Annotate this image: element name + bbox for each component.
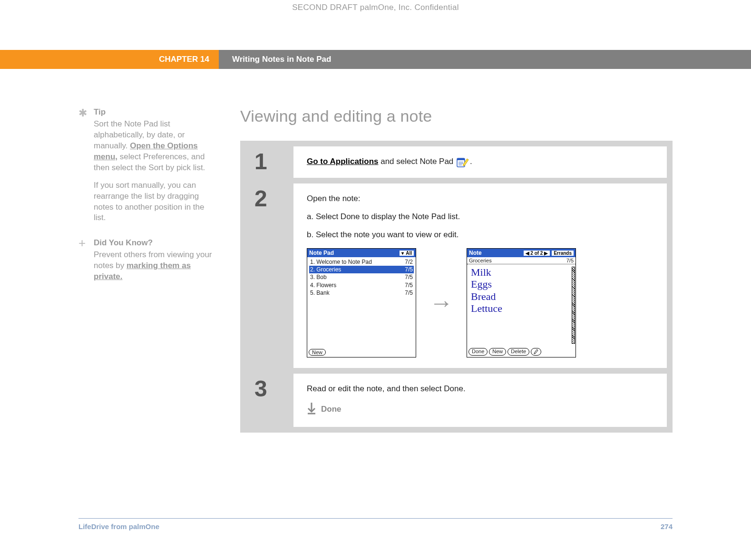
step-3-number: 3 <box>246 374 293 427</box>
note-editor-screen: Note ◀ 2 of 2 ▶ Errands Groceries 7/5 Mi… <box>467 248 576 357</box>
category-dropdown[interactable]: ▾ All <box>400 251 414 256</box>
draft-confidential-header: SECOND DRAFT palmOne, Inc. Confidential <box>0 3 751 12</box>
steps-container: 1 Go to Applications and select Note Pad… <box>240 141 673 433</box>
note-category-dropdown[interactable]: Errands <box>552 251 574 256</box>
delete-button[interactable]: Delete <box>507 348 529 356</box>
list-item[interactable]: 5. Bank7/5 <box>309 289 414 297</box>
page-footer: LifeDrive from palmOne 274 <box>78 518 673 531</box>
done-arrow-icon <box>307 402 316 416</box>
handwriting-line: Milk <box>471 266 572 278</box>
notepad-app-icon <box>457 157 469 167</box>
list-item-selected[interactable]: 2. Groceries7/5 <box>309 266 414 273</box>
chapter-label-bg: CHAPTER 14 <box>0 50 219 69</box>
step-2-intro: Open the note: <box>307 194 653 203</box>
chapter-title: Writing Notes in Note Pad <box>232 55 331 64</box>
asterisk-icon: ✱ <box>78 108 87 118</box>
scrollbar[interactable] <box>572 267 575 344</box>
chapter-banner: CHAPTER 14 Writing Notes in Note Pad <box>78 50 673 69</box>
step-2: 2 Open the note: a. Select Done to displ… <box>246 183 667 368</box>
main-content: Viewing and editing a note 1 Go to Appli… <box>240 107 673 433</box>
dyk-body: Prevent others from viewing your notes b… <box>94 250 216 282</box>
note-titlebar: Note ◀ 2 of 2 ▶ Errands <box>467 249 575 257</box>
note-subheader: Groceries 7/5 <box>467 257 575 264</box>
tip-para2: If you sort manually, you can rearrange … <box>94 180 216 224</box>
note-nav[interactable]: ◀ 2 of 2 ▶ <box>524 251 550 256</box>
done-label: Done <box>321 405 341 414</box>
note-date: 7/5 <box>566 258 574 263</box>
new-button[interactable]: New <box>309 349 326 356</box>
did-you-know-block: + Did You Know? Prevent others from view… <box>78 238 216 282</box>
note-title-label: Note <box>469 250 482 256</box>
step-1-body: Go to Applications and select Note Pad . <box>293 146 667 178</box>
notepad-list-title: Note Pad <box>309 250 334 256</box>
note-name: Groceries <box>469 258 492 263</box>
tip-title: Tip <box>94 107 216 118</box>
step-3-body: Read or edit the note, and then select D… <box>293 374 667 427</box>
step-2-body: Open the note: a. Select Done to display… <box>293 183 667 368</box>
sidebar: ✱ Tip Sort the Note Pad list alphabetica… <box>78 107 216 433</box>
done-indicator: Done <box>307 402 653 416</box>
dyk-title: Did You Know? <box>94 238 216 249</box>
step-2b: b. Select the note you want to view or e… <box>307 230 653 240</box>
step-2-number: 2 <box>246 183 293 368</box>
list-item[interactable]: 1. Welcome to Note Pad7/2 <box>309 258 414 266</box>
screenshots-row: Note Pad ▾ All 1. Welcome to Note Pad7/2… <box>307 248 653 357</box>
svg-rect-1 <box>457 158 465 160</box>
notepad-list: 1. Welcome to Note Pad7/2 2. Groceries7/… <box>307 257 416 348</box>
step-3: 3 Read or edit the note, and then select… <box>246 374 667 427</box>
chapter-label: CHAPTER 14 <box>159 55 209 64</box>
plus-icon: + <box>78 237 86 249</box>
arrow-right-icon: → <box>429 289 453 317</box>
step-1-period: . <box>470 157 472 166</box>
done-button[interactable]: Done <box>468 348 488 356</box>
handwriting-line: Lettuce <box>471 302 572 314</box>
go-to-applications-link[interactable]: Go to Applications <box>307 157 378 166</box>
page-title: Viewing and editing a note <box>240 107 673 126</box>
category-label: All <box>406 251 412 256</box>
step-1-text: and select Note Pad <box>378 157 456 166</box>
notepad-list-screen: Note Pad ▾ All 1. Welcome to Note Pad7/2… <box>307 248 416 357</box>
step-1-number: 1 <box>246 146 293 178</box>
notepad-list-titlebar: Note Pad ▾ All <box>307 249 416 257</box>
list-item[interactable]: 4. Flowers7/5 <box>309 281 414 289</box>
note-canvas[interactable]: Milk Eggs Bread Lettuce <box>467 264 575 347</box>
product-name: LifeDrive from palmOne <box>78 522 159 531</box>
step-3-text: Read or edit the note, and then select D… <box>307 384 653 394</box>
tip-body: Sort the Note Pad list alphabetically, b… <box>94 119 216 174</box>
chapter-title-bg: Writing Notes in Note Pad <box>219 50 751 69</box>
handwriting-line: Eggs <box>471 278 572 290</box>
pen-tool-button[interactable] <box>531 348 541 356</box>
tip-block: ✱ Tip Sort the Note Pad list alphabetica… <box>78 107 216 223</box>
handwriting-line: Bread <box>471 290 572 302</box>
step-2a: a. Select Done to display the Note Pad l… <box>307 212 653 222</box>
page-number: 274 <box>661 522 673 531</box>
list-item[interactable]: 3. Bob7/5 <box>309 273 414 281</box>
new-button[interactable]: New <box>489 348 506 356</box>
step-1: 1 Go to Applications and select Note Pad… <box>246 146 667 178</box>
